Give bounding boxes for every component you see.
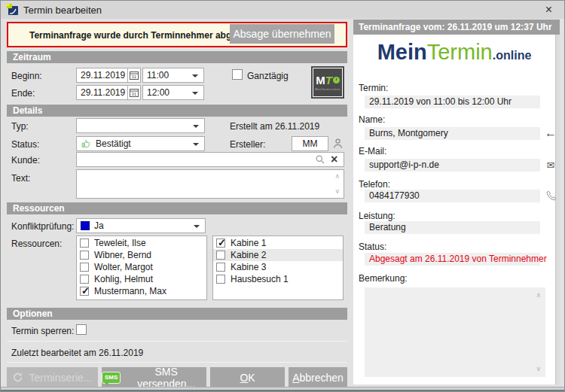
terminserie-button[interactable]: Terminserie... <box>7 367 98 387</box>
abbrechen-button[interactable]: Abbrechen <box>289 367 347 387</box>
terminanfrage-header: Terminanfrage vom: 26.11.2019 um 12:37 U… <box>353 20 560 35</box>
section-optionen: Optionen <box>7 308 347 320</box>
checkbox[interactable] <box>80 275 89 284</box>
window-bottom-edge <box>1 390 564 391</box>
panel-scroll-strip[interactable] <box>555 35 560 384</box>
typ-label: Typ: <box>11 121 29 132</box>
rp-telefon-label: Telefon: <box>359 179 390 190</box>
rp-termin-label: Termin: <box>359 83 388 93</box>
banner-message: Terminanfrage wurde durch Terminnehmer a… <box>29 30 258 41</box>
close-icon[interactable]: × <box>545 3 552 17</box>
ganztaegig-checkbox[interactable] <box>232 69 243 80</box>
konfliktpruefung-label: Konfliktprüfung: <box>11 221 74 232</box>
resource-item[interactable]: Kabine 3 <box>213 261 343 273</box>
resource-item[interactable]: Kabine 2 <box>213 249 343 261</box>
resource-item[interactable]: Teweleit, Ilse <box>77 237 206 249</box>
status-label: Status: <box>11 139 39 150</box>
typ-select[interactable] <box>76 118 205 133</box>
rp-status-label: Status: <box>359 242 386 252</box>
resource-item[interactable]: Wolter, Margot <box>77 261 206 273</box>
checkbox[interactable] <box>216 275 225 284</box>
section-ressourcen: Ressourcen <box>7 202 347 214</box>
scroll-up-icon[interactable]: ∧ <box>536 292 541 299</box>
chevron-down-icon <box>192 92 198 95</box>
checkbox[interactable] <box>80 263 89 272</box>
rp-status-value: Abgesagt am 26.11.2019 von Terminnehmer <box>365 253 540 266</box>
ressourcen-label: Ressourcen: <box>11 239 62 249</box>
resource-item[interactable]: Hausbesuch 1 <box>213 273 343 285</box>
svg-text:31: 31 <box>132 92 137 96</box>
window-title: Termin bearbeiten <box>23 5 102 16</box>
person-icon[interactable] <box>332 138 344 149</box>
mto-logo-clock-icon <box>333 77 340 84</box>
ok-button[interactable]: OK <box>210 367 285 387</box>
chevron-down-icon <box>194 225 200 228</box>
divider <box>7 341 347 342</box>
kunde-label: Kunde: <box>11 155 40 166</box>
section-zeitraum: Zeitraum <box>7 51 347 63</box>
resource-item[interactable]: Kohlig, Helmut <box>77 273 206 285</box>
refresh-icon <box>12 372 23 383</box>
resource-item[interactable]: Wibner, Bernd <box>77 249 206 261</box>
chevron-down-icon <box>192 74 198 77</box>
sms-icon: SMS <box>102 372 121 384</box>
text-label: Text: <box>11 173 30 184</box>
termin-sperren-checkbox[interactable] <box>76 324 87 335</box>
erstellt-am-text: Erstellt am 26.11.2019 <box>230 121 319 132</box>
termin-bearbeiten-dialog: Termin bearbeiten × Terminanfrage wurde … <box>0 0 565 392</box>
envelope-icon[interactable]: ✉ <box>544 158 557 172</box>
ganztaegig-label: Ganztägig <box>247 71 289 81</box>
divider <box>7 362 347 363</box>
rp-email-value: support@i-p-n.de <box>365 159 540 172</box>
ende-calendar-icon[interactable]: 31 <box>127 85 141 100</box>
checkbox[interactable] <box>216 251 225 260</box>
svg-text:31: 31 <box>132 74 137 79</box>
sms-versenden-button[interactable]: SMS SMS versenden... <box>102 367 206 387</box>
beginn-calendar-icon[interactable]: 31 <box>127 68 141 83</box>
app-icon <box>7 4 19 16</box>
ersteller-label: Ersteller: <box>230 139 265 150</box>
resource-item[interactable]: Kabine 1 <box>213 237 343 249</box>
beginn-time-select[interactable]: 11:00 <box>142 68 204 83</box>
rp-bemerkung-label: Bemerkung: <box>359 273 408 284</box>
mto-logo: MT MeinTermin.online <box>311 66 344 99</box>
last-edited-text: Zuletzt bearbeitet am 26.11.2019 <box>11 348 143 358</box>
rp-email-label: E-Mail: <box>359 146 386 156</box>
kunde-input[interactable] <box>76 152 344 167</box>
rp-leistung-label: Leistung: <box>359 211 396 221</box>
search-icon[interactable] <box>315 154 325 165</box>
arrow-left-icon[interactable]: ← <box>544 126 557 140</box>
title-bar: Termin bearbeiten × <box>1 1 564 19</box>
checkbox[interactable] <box>216 239 225 248</box>
beginn-label: Beginn: <box>11 71 42 81</box>
clear-icon[interactable]: × <box>331 152 337 167</box>
termin-sperren-label: Termin sperren: <box>11 326 74 336</box>
checkbox[interactable] <box>216 263 225 272</box>
scroll-down-icon[interactable]: ∨ <box>334 188 340 195</box>
text-textarea[interactable]: ∧ ∨ <box>76 169 344 199</box>
chevron-down-icon <box>193 143 199 146</box>
beginn-date-input[interactable]: 29.11.2019 <box>76 68 128 83</box>
meintermin-logo: MeinTermin.online <box>353 40 555 65</box>
checkbox[interactable] <box>80 251 89 260</box>
resource-item[interactable]: Mustermann, Max <box>77 285 206 297</box>
absage-uebernehmen-button[interactable]: Absage übernehmen <box>230 24 334 44</box>
ende-date-input[interactable]: 29.11.2019 <box>76 85 128 100</box>
conflict-color-swatch <box>81 221 90 230</box>
rp-name-label: Name: <box>359 114 385 125</box>
ersteller-input[interactable]: MM <box>292 136 328 151</box>
phone-icon[interactable] <box>544 189 557 202</box>
checkbox[interactable] <box>80 287 89 296</box>
chevron-down-icon <box>193 125 199 128</box>
ressourcen-list-left: Teweleit, Ilse Wibner, Bernd Wolter, Mar… <box>76 236 207 300</box>
rp-leistung-value: Beratung <box>365 221 540 234</box>
konfliktpruefung-select[interactable]: Ja <box>76 218 206 233</box>
scroll-up-icon[interactable]: ∧ <box>334 173 340 180</box>
checkbox[interactable] <box>80 239 89 248</box>
status-select[interactable]: Bestätigt <box>76 136 205 151</box>
scroll-down-icon[interactable]: ∨ <box>536 366 541 372</box>
thumbs-up-icon <box>81 138 91 149</box>
ende-time-select[interactable]: 12:00 <box>142 85 204 100</box>
bemerkung-textarea[interactable]: ∧ ∨ <box>365 287 545 377</box>
rp-termin-value: 29.11.2019 von 11:00 bis 12:00 Uhr <box>365 96 540 108</box>
